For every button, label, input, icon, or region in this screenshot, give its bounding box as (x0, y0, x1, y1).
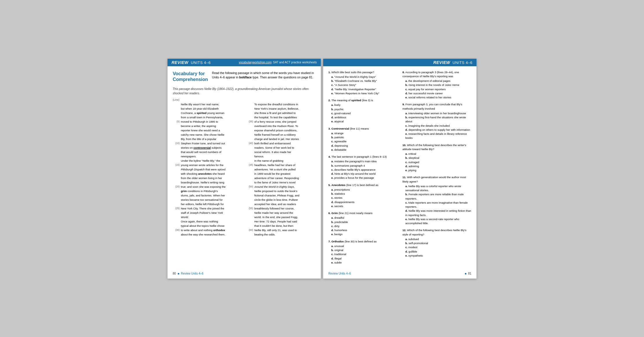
choice: e. researching facts and details in libr… (405, 132, 471, 140)
passage-line: grim conditions in Pittsburgh's (181, 189, 242, 193)
q1-num: 1. (328, 71, 331, 74)
choice: b. "Elizabeth Cochrane vs. Nellie Bly" (331, 79, 397, 83)
left-page: REVIEW UNITS 4–6 vocabularyworkshop.com:… (168, 59, 321, 279)
right-col-wrapper: (35) (40) (45) (246, 102, 316, 237)
page-number: 80 (173, 272, 176, 275)
choice: d. admiring (405, 164, 471, 168)
passage-line: headlines, Nellie had her share of (254, 163, 316, 167)
passage-line: Cochrane, a spirited young woman (181, 111, 242, 115)
choice: b. rising interest in the novels of Jule… (405, 83, 471, 87)
choice: d. illegal (331, 257, 397, 261)
vocab-title-line1: Vocabulary for (173, 71, 205, 76)
q2-num: 2. (328, 99, 331, 102)
passage-line: World. (181, 215, 242, 219)
choice: c. "A Success Story" (331, 83, 397, 87)
passage-line: Pittsburgh Dispatch that were spiced (181, 167, 242, 172)
passage-two-col: (5) (10) (15) (173, 102, 316, 237)
question-12: 12. Which of the following best describe… (402, 228, 471, 258)
q1-choices: a. "Around the World in Eighty Days" b. … (328, 75, 397, 95)
question-3: 3. Controversial (line 11) means a. stra… (328, 127, 397, 152)
passage-col-left: (5) (10) (15) (173, 102, 242, 237)
left-page-header: REVIEW UNITS 4–6 vocabularyworkshop.com:… (168, 59, 321, 66)
pages-container: REVIEW UNITS 4–6 vocabularyworkshop.com:… (168, 59, 476, 279)
question-4: 4. The last sentence in paragraph 1 (lin… (328, 155, 397, 180)
passage-line: Nellie proposed to outdo the book's (254, 189, 316, 193)
q5-text: Anecdotes (line 17) is best defined as (332, 183, 378, 187)
choice: b. self-promotional (405, 241, 471, 245)
footer-text: Review Units 4–6 (181, 272, 203, 275)
q7-num: 7. (328, 240, 331, 243)
choice: d. gullible (405, 250, 471, 254)
passage-line: circle the globe in less time. Pulitzer (254, 198, 316, 202)
passage-line: adventure of her career. Responding (254, 176, 316, 180)
passage-line: Around the World in Eighty Days, (254, 185, 316, 189)
passage-line: New York's insane asylum, Bellevue, (254, 106, 316, 111)
q11-num: 11. (402, 176, 406, 179)
choice: e. subtle (331, 261, 397, 265)
passage-line: in 1889 would be the greatest (254, 172, 316, 176)
passage-line: true; and soon she was exposing the (181, 185, 242, 189)
q7-text: Orthodox (line 30) is best defined as (332, 240, 377, 243)
passage-line: overboard into the Hudson River. To (254, 124, 316, 128)
passage-line: famous. (254, 154, 316, 159)
passage-line: To expose the dreadful conditions in (254, 102, 316, 106)
q12-choices: a. subdued b. self-promotional c. modest… (402, 237, 471, 258)
q10-text: Which of the following best describes th… (402, 143, 466, 151)
right-footer-right: ■ 81 (465, 272, 471, 275)
choice: a. restates the paragraph's main idea (331, 159, 397, 163)
right-page-header: REVIEW UNITS 4–6 (323, 59, 476, 66)
choice: c. equal pay for women reporters (405, 87, 471, 91)
choice: a. unusual (331, 244, 397, 248)
choice: c. stories (331, 196, 397, 200)
site-link[interactable]: vocabularyworkshop.com (239, 61, 271, 64)
choice: a. the development of editorial pages (405, 79, 471, 83)
choice: e. secrets (331, 204, 397, 208)
passage-line: New York City. There she joined the (181, 206, 242, 211)
choice: e. benign (331, 232, 397, 236)
choice: d. humorless (331, 228, 397, 232)
right-page-footer: Review Units 4–6 ■ 81 (328, 272, 471, 275)
right-page: REVIEW UNITS 4–6 1. Which title best sui… (323, 59, 476, 279)
passage-line: expose shameful prison conditions, (254, 128, 316, 132)
choice: c. modest (405, 245, 471, 249)
questions-container: 1. Which title best suits this passage? … (323, 66, 476, 272)
instructions-suffix: type. Then answer the questions on page … (252, 75, 313, 79)
vocab-title-block: Vocabulary for Comprehension (173, 71, 208, 84)
choice: e. social reforms related to her stories (405, 95, 471, 100)
passage-col-right: (35) (40) (45) (246, 102, 316, 237)
left-line-nums: (5) (10) (15) (173, 102, 181, 237)
choice: b. predictable (331, 220, 397, 224)
left-col-text: Nellie Bly wasn't her real name; but whe… (181, 102, 242, 237)
left-page-footer: 80 ■ Review Units 4–6 (173, 272, 316, 275)
choice: b. original (331, 248, 397, 252)
q8-num: 8. (402, 71, 405, 74)
units-label: UNITS 4–6 (191, 60, 211, 65)
passage-line: Nellie Bly, still only 21, was used to (254, 228, 316, 232)
choice: e. debatable (331, 148, 397, 152)
q4-text: The last sentence in paragraph 1 (lines … (331, 155, 387, 158)
passage-line: Nellie framed herself on a robbery (254, 132, 316, 137)
q9-num: 9. (402, 103, 405, 106)
choice: d. hints at Bly's trip around the world (331, 172, 397, 176)
choice: d. depressing (331, 144, 397, 148)
passage-line: newspapers. (181, 154, 242, 159)
choice: e. "Women Reporters in New York City" (331, 91, 397, 95)
right-page-num: 81 (468, 272, 471, 275)
choice: d. Nellie Bly was more interested in wri… (405, 209, 471, 217)
choice: d. disappointments (331, 200, 397, 204)
left-page-content: Vocabulary for Comprehension Read the fo… (168, 66, 321, 242)
q2-text: The meaning of spirited (line 3) is (331, 99, 373, 102)
passage-line: readers. Some of her work led to (254, 146, 316, 150)
footer-sep: ■ (178, 272, 179, 275)
right-units-label: UNITS 4–6 (452, 60, 472, 65)
question-11: 11. With which generalization would the … (402, 175, 471, 225)
choice: e. sympathetic (405, 254, 471, 258)
q10-choices: a. critical b. skeptical c. outraged d. … (402, 152, 471, 172)
q11-choices: a. Nellie Bly was a colorful reporter wh… (402, 184, 471, 226)
right-review-label: REVIEW (433, 60, 450, 65)
passage-line: stories became too sensational for (181, 198, 242, 202)
passage-line: beating the odds. (254, 232, 316, 237)
passage-line: typical about the topics Nellie chose (181, 224, 242, 228)
passage-line: Stephen Foster tune, and turned out (181, 141, 242, 146)
passage-line: charge and landed in jail. Her stories (254, 137, 316, 141)
